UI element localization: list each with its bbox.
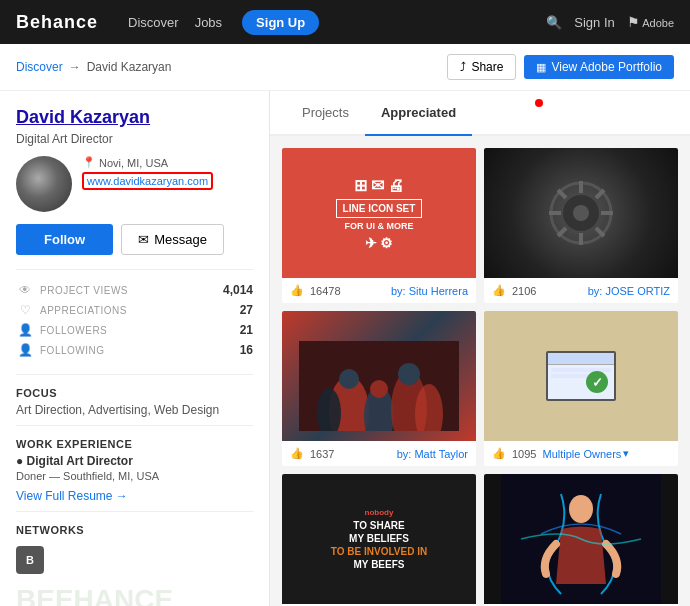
like-icon-2: 👍 xyxy=(290,447,304,460)
svg-line-10 xyxy=(558,228,566,236)
like-icon-0: 👍 xyxy=(290,284,304,297)
tab-projects[interactable]: Projects xyxy=(286,91,365,136)
heart-icon: ♡ xyxy=(16,303,34,317)
stats-section: 👁 PROJECT VIEWS 4,014 ♡ APPRECIATIONS 27… xyxy=(16,269,253,360)
project-card-2[interactable]: 👍 1637 by: Matt Taylor xyxy=(282,311,476,466)
nav-jobs[interactable]: Jobs xyxy=(195,15,222,30)
svg-line-7 xyxy=(558,190,566,198)
message-icon: ✉ xyxy=(138,232,149,247)
project-info-1: 👍 2106 by: JOSE ORTIZ xyxy=(484,278,678,303)
project-thumb-2 xyxy=(282,311,476,441)
search-icon[interactable]: 🔍 xyxy=(546,15,562,30)
project-card-4[interactable]: nobody TO SHAREMY BELIEFSTO BE INVOLVED … xyxy=(282,474,476,606)
tabs-bar: Projects Appreciated xyxy=(270,91,690,136)
focus-section: FOCUS Art Direction, Advertising, Web De… xyxy=(16,387,253,417)
author-2[interactable]: by: Matt Taylor xyxy=(397,448,468,460)
neon-visual xyxy=(484,474,678,604)
like-icon-3: 👍 xyxy=(492,447,506,460)
gear-visual xyxy=(484,148,678,278)
stat-followers: 👤 FOLLOWERS 21 xyxy=(16,320,253,340)
monitor-visual: ✓ xyxy=(484,311,678,441)
svg-point-21 xyxy=(569,495,593,523)
project-card-1[interactable]: 👍 2106 by: JOSE ORTIZ xyxy=(484,148,678,303)
svg-point-17 xyxy=(339,369,359,389)
location-icon: 📍 xyxy=(82,156,96,169)
like-count-2: 1637 xyxy=(310,448,334,460)
project-thumb-0: ⊞ ✉ 🖨 LINE ICON SET FOR UI & MORE ✈ ⚙ FR… xyxy=(282,148,476,278)
adobe-logo: ⚑ Adobe xyxy=(627,14,674,30)
checkmark-badge: ✓ xyxy=(586,371,608,393)
tab-appreciated[interactable]: Appreciated xyxy=(365,91,472,136)
avatar xyxy=(16,156,72,212)
profile-title: Digital Art Director xyxy=(16,132,253,146)
work-title: Digital Art Director xyxy=(27,454,133,468)
like-count-3: 1095 xyxy=(512,448,536,460)
profile-top: 📍 Novi, MI, USA www.davidkazaryan.com xyxy=(16,156,253,212)
project-card-0[interactable]: ⊞ ✉ 🖨 LINE ICON SET FOR UI & MORE ✈ ⚙ FR… xyxy=(282,148,476,303)
signup-button[interactable]: Sign Up xyxy=(242,10,319,35)
svg-line-9 xyxy=(596,190,604,198)
signin-link[interactable]: Sign In xyxy=(574,15,614,30)
stat-following: 👤 FOLLOWING 16 xyxy=(16,340,253,360)
portfolio-icon: ▦ xyxy=(536,61,546,74)
sidebar: David Kazaryan Digital Art Director 📍 No… xyxy=(0,91,270,606)
profile-website[interactable]: www.davidkazaryan.com xyxy=(82,172,213,190)
work-location: Doner — Southfield, MI, USA xyxy=(16,470,253,482)
work-experience-section: WORK EXPERIENCE ● Digital Art Director D… xyxy=(16,438,253,503)
author-0[interactable]: by: Situ Herrera xyxy=(391,285,468,297)
breadcrumb-discover[interactable]: Discover xyxy=(16,60,63,74)
like-count-1: 2106 xyxy=(512,285,536,297)
svg-point-19 xyxy=(398,363,420,385)
svg-point-2 xyxy=(573,205,589,221)
networks-section: NETWORKS B xyxy=(16,524,253,574)
stat-appreciations: ♡ APPRECIATIONS 27 xyxy=(16,300,253,320)
project-card-3[interactable]: ✓ 👍 1095 Multiple Owners ▾ xyxy=(484,311,678,466)
adobe-icon: ⚑ xyxy=(627,14,640,30)
project-thumb-1 xyxy=(484,148,678,278)
navbar: Behance Discover Jobs Sign Up 🔍 Sign In … xyxy=(0,0,690,44)
project-info-3: 👍 1095 Multiple Owners ▾ xyxy=(484,441,678,466)
profile-location: 📍 Novi, MI, USA xyxy=(82,156,213,169)
projects-grid: ⊞ ✉ 🖨 LINE ICON SET FOR UI & MORE ✈ ⚙ FR… xyxy=(270,136,690,606)
view-portfolio-button[interactable]: ▦ View Adobe Portfolio xyxy=(524,55,674,79)
notification-dot xyxy=(535,99,543,107)
svg-line-8 xyxy=(596,228,604,236)
dropdown-arrow-3[interactable]: ▾ xyxy=(623,447,629,460)
work-bullet: ● xyxy=(16,454,27,468)
breadcrumb-arrow: → xyxy=(69,60,81,74)
network-icon-behance[interactable]: B xyxy=(16,546,44,574)
breadcrumb-current: David Kazaryan xyxy=(87,60,172,74)
project-info-0: 👍 16478 by: Situ Herrera xyxy=(282,278,476,303)
like-icon-1: 👍 xyxy=(492,284,506,297)
breadcrumb: Discover → David Kazaryan xyxy=(16,60,171,74)
share-button[interactable]: ⤴ Share xyxy=(447,54,516,80)
nav-discover[interactable]: Discover xyxy=(128,15,179,30)
like-count-0: 16478 xyxy=(310,285,341,297)
breadcrumb-actions: ⤴ Share ▦ View Adobe Portfolio xyxy=(447,54,674,80)
message-button[interactable]: ✉ Message xyxy=(121,224,224,255)
project-card-5[interactable]: 👍 5 Multiple Owners ▾ xyxy=(484,474,678,606)
project-thumb-3: ✓ xyxy=(484,311,678,441)
navbar-right: 🔍 Sign In ⚑ Adobe xyxy=(546,14,674,30)
profile-name[interactable]: David Kazaryan xyxy=(16,107,253,128)
text-visual: nobody TO SHAREMY BELIEFSTO BE INVOLVED … xyxy=(282,474,476,604)
profile-meta: 📍 Novi, MI, USA www.davidkazaryan.com xyxy=(82,156,213,190)
profile-actions: Follow ✉ Message xyxy=(16,224,253,255)
breadcrumb-bar: Discover → David Kazaryan ⤴ Share ▦ View… xyxy=(0,44,690,91)
stat-project-views: 👁 PROJECT VIEWS 4,014 xyxy=(16,280,253,300)
eye-icon: 👁 xyxy=(16,283,34,297)
author-1[interactable]: by: JOSE ORTIZ xyxy=(588,285,670,297)
following-icon: 👤 xyxy=(16,343,34,357)
main-content: David Kazaryan Digital Art Director 📍 No… xyxy=(0,91,690,606)
followers-icon: 👤 xyxy=(16,323,34,337)
brand-logo: Behance xyxy=(16,12,98,33)
multiple-owners-3[interactable]: Multiple Owners ▾ xyxy=(542,447,629,460)
share-icon: ⤴ xyxy=(460,60,466,74)
project-thumb-4: nobody TO SHAREMY BELIEFSTO BE INVOLVED … xyxy=(282,474,476,604)
svg-point-18 xyxy=(370,380,388,398)
view-resume-link[interactable]: View Full Resume → xyxy=(16,489,128,503)
content-area: Projects Appreciated ⊞ ✉ 🖨 LINE ICON SET… xyxy=(270,91,690,606)
nav-links: Discover Jobs xyxy=(128,15,222,30)
project-info-2: 👍 1637 by: Matt Taylor xyxy=(282,441,476,466)
follow-button[interactable]: Follow xyxy=(16,224,113,255)
